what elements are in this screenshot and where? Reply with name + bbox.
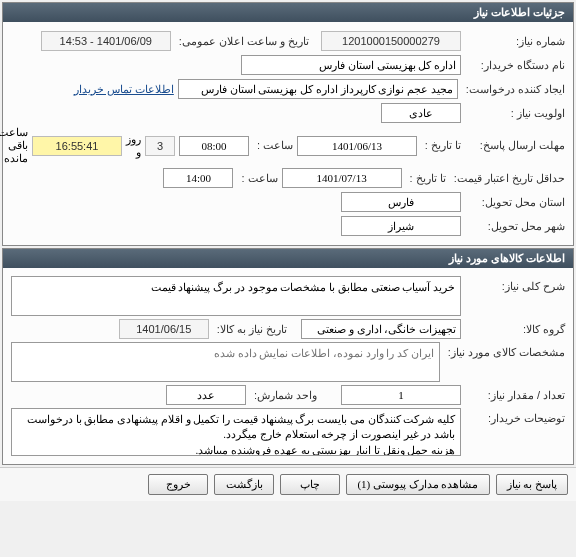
row-deadline-reply: مهلت ارسال پاسخ: تا تاریخ : ساعت : 3 روز… bbox=[11, 126, 565, 165]
group-input[interactable] bbox=[301, 319, 461, 339]
priority-label: اولویت نیاز : bbox=[465, 107, 565, 120]
row-desc: شرح کلی نیاز: bbox=[11, 276, 565, 316]
spec-textarea[interactable] bbox=[11, 342, 440, 382]
city-label: شهر محل تحویل: bbox=[465, 220, 565, 233]
row-city: شهر محل تحویل: bbox=[11, 215, 565, 237]
attachments-button[interactable]: مشاهده مدارک پیوستی (1) bbox=[346, 474, 489, 495]
deadline-reply-time-input[interactable] bbox=[179, 136, 249, 156]
province-input[interactable] bbox=[341, 192, 461, 212]
qty-label: تعداد / مقدار نیاز: bbox=[465, 389, 565, 402]
row-notes: توضیحات خریدار: bbox=[11, 408, 565, 456]
need-details-panel: جزئیات اطلاعات نیاز شماره نیاز: 12010001… bbox=[2, 2, 574, 246]
need-date-label: تاریخ نیاز به کالا: bbox=[213, 323, 287, 336]
deadline-price-date-input[interactable] bbox=[282, 168, 402, 188]
items-panel: اطلاعات کالاهای مورد نیاز شرح کلی نیاز: … bbox=[2, 248, 574, 465]
row-requester: ایجاد کننده درخواست: اطلاعات تماس خریدار bbox=[11, 78, 565, 100]
qty-input[interactable] bbox=[341, 385, 461, 405]
row-deadline-price: حداقل تاریخ اعتبار قیمت: تا تاریخ : ساعت… bbox=[11, 167, 565, 189]
need-details-header: جزئیات اطلاعات نیاز bbox=[3, 3, 573, 22]
back-button[interactable]: بازگشت bbox=[214, 474, 274, 495]
time-label-1: ساعت : bbox=[253, 139, 293, 152]
deadline-reply-date-input[interactable] bbox=[297, 136, 417, 156]
desc-label: شرح کلی نیاز: bbox=[465, 276, 565, 293]
desc-textarea[interactable] bbox=[11, 276, 461, 316]
items-header: اطلاعات کالاهای مورد نیاز bbox=[3, 249, 573, 268]
deadline-price-label: حداقل تاریخ اعتبار قیمت: bbox=[450, 172, 565, 185]
announce-label: تاریخ و ساعت اعلان عمومی: bbox=[175, 35, 309, 48]
exit-button[interactable]: خروج bbox=[148, 474, 208, 495]
days-count: 3 bbox=[145, 136, 175, 156]
city-input[interactable] bbox=[341, 216, 461, 236]
need-date-value: 1401/06/15 bbox=[119, 319, 209, 339]
row-priority: اولویت نیاز : bbox=[11, 102, 565, 124]
spec-label: مشخصات کالای مورد نیاز: bbox=[444, 342, 565, 359]
items-body: شرح کلی نیاز: گروه کالا: تاریخ نیاز به ک… bbox=[3, 268, 573, 464]
row-province: استان محل تحویل: bbox=[11, 191, 565, 213]
need-number-value: 1201000150000279 bbox=[321, 31, 461, 51]
reply-button[interactable]: پاسخ به نیاز bbox=[496, 474, 569, 495]
row-group: گروه کالا: تاریخ نیاز به کالا: 1401/06/1… bbox=[11, 318, 565, 340]
buyer-label: نام دستگاه خریدار: bbox=[465, 59, 565, 72]
remaining-time: 16:55:41 bbox=[32, 136, 122, 156]
time-label-2: ساعت : bbox=[237, 172, 277, 185]
buyer-input[interactable] bbox=[241, 55, 461, 75]
unit-input[interactable] bbox=[166, 385, 246, 405]
unit-label: واحد شمارش: bbox=[250, 389, 317, 402]
to-date-label-2: تا تاریخ : bbox=[406, 172, 446, 185]
deadline-price-time-input[interactable] bbox=[163, 168, 233, 188]
need-number-label: شماره نیاز: bbox=[465, 35, 565, 48]
group-label: گروه کالا: bbox=[465, 323, 565, 336]
announce-value: 1401/06/09 - 14:53 bbox=[41, 31, 171, 51]
row-qty: تعداد / مقدار نیاز: واحد شمارش: bbox=[11, 384, 565, 406]
requester-label: ایجاد کننده درخواست: bbox=[462, 83, 565, 96]
days-and-label: روز و bbox=[126, 133, 141, 159]
province-label: استان محل تحویل: bbox=[465, 196, 565, 209]
priority-input[interactable] bbox=[381, 103, 461, 123]
print-button[interactable]: چاپ bbox=[280, 474, 340, 495]
row-need-number: شماره نیاز: 1201000150000279 تاریخ و ساع… bbox=[11, 30, 565, 52]
notes-label: توضیحات خریدار: bbox=[465, 408, 565, 425]
notes-textarea[interactable] bbox=[11, 408, 461, 456]
to-date-label-1: تا تاریخ : bbox=[421, 139, 461, 152]
row-buyer: نام دستگاه خریدار: bbox=[11, 54, 565, 76]
remaining-label: ساعت باقی مانده bbox=[0, 126, 28, 165]
requester-input[interactable] bbox=[178, 79, 458, 99]
footer-bar: پاسخ به نیاز مشاهده مدارک پیوستی (1) چاپ… bbox=[0, 467, 576, 501]
need-details-body: شماره نیاز: 1201000150000279 تاریخ و ساع… bbox=[3, 22, 573, 245]
deadline-reply-label: مهلت ارسال پاسخ: bbox=[465, 139, 565, 152]
row-spec: مشخصات کالای مورد نیاز: bbox=[11, 342, 565, 382]
contact-buyer-link[interactable]: اطلاعات تماس خریدار bbox=[74, 83, 174, 96]
